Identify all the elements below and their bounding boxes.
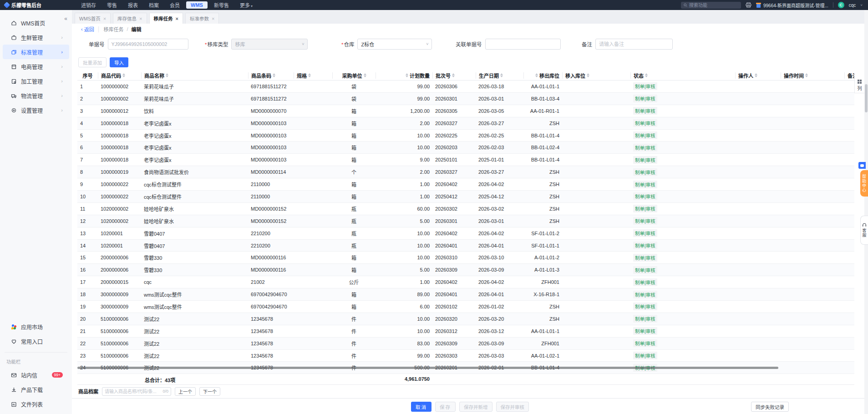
- column-header[interactable]: 操作人: [735, 72, 781, 79]
- tab-item[interactable]: 标准参数×: [185, 13, 219, 24]
- table-row[interactable]: 172000000015cqc21002公斤1.00202604022026-0…: [77, 276, 854, 288]
- select-required[interactable]: 移库˅: [231, 39, 308, 50]
- select-required[interactable]: Z标仓˅: [357, 39, 432, 50]
- prev-button[interactable]: 上一个: [175, 387, 196, 396]
- table-row[interactable]: 1310200001雪碧04072210200瓶10.0020260402202…: [77, 227, 854, 240]
- assistant-chat-icon[interactable]: [858, 162, 866, 169]
- sidebar-item[interactable]: 电商管理›: [3, 59, 69, 74]
- column-header[interactable]: 商品条码: [248, 72, 294, 79]
- column-header[interactable]: 规格: [294, 72, 332, 79]
- close-icon[interactable]: ×: [103, 16, 106, 21]
- sidebar-item[interactable]: 标准管理›: [3, 45, 69, 59]
- sort-caret-icon[interactable]: [805, 73, 808, 77]
- cancel-button[interactable]: 取消: [411, 402, 431, 412]
- table-row[interactable]: 235100000006测试2212345678件99.002026030320…: [77, 350, 854, 362]
- table-row[interactable]: 11000000002茉莉花味瓜子6971881511272袋99.002026…: [77, 81, 854, 93]
- table-row[interactable]: 21000000002茉莉花味瓜子6971881511272袋99.002026…: [77, 93, 854, 105]
- save-button[interactable]: 保存: [435, 402, 456, 412]
- sort-caret-icon[interactable]: [452, 73, 455, 77]
- column-header[interactable]: 备注: [844, 72, 854, 79]
- product-search-input[interactable]: [105, 389, 162, 394]
- table-row[interactable]: 101000000022cqc标仓测试整件2110000箱1.002025041…: [77, 191, 854, 203]
- column-header[interactable]: 移入库位: [562, 72, 630, 79]
- table-row[interactable]: 225100000006测试2212345678件83.002026030920…: [77, 338, 854, 350]
- tab-item[interactable]: 库存信息×: [113, 13, 147, 24]
- user-menu-chevron-icon[interactable]: ˅: [860, 3, 863, 7]
- topbar-menu-item[interactable]: WMS: [186, 1, 208, 9]
- topbar-menu-item[interactable]: 更多▾: [235, 0, 257, 10]
- vertical-scrollbar[interactable]: [864, 10, 868, 414]
- import-button[interactable]: 导入: [110, 57, 128, 67]
- topbar-menu-item[interactable]: 会员: [165, 0, 184, 10]
- store-selector[interactable]: 99664-新界面商超版测试-管理...: [756, 2, 828, 9]
- table-row[interactable]: 193000000009wms测试cqc整件6970042904670箱6.00…: [77, 301, 854, 313]
- sidebar-item[interactable]: 产品下载: [3, 382, 69, 397]
- input-field[interactable]: [108, 39, 188, 50]
- search-input[interactable]: [689, 3, 738, 8]
- close-icon[interactable]: ×: [176, 16, 178, 21]
- table-row[interactable]: 162000000006雪碧330MD0000000116箱5.00202603…: [77, 264, 854, 276]
- close-icon[interactable]: ×: [139, 16, 142, 21]
- column-header[interactable]: 计划数量: [376, 72, 432, 79]
- tab-item[interactable]: WMS首页×: [75, 13, 111, 24]
- global-search[interactable]: [681, 2, 741, 9]
- sidebar-collapse-icon[interactable]: «: [64, 15, 67, 22]
- next-button[interactable]: 下一个: [199, 387, 220, 396]
- column-header[interactable]: 生产日期: [476, 72, 523, 79]
- column-header[interactable]: 采购单位: [332, 72, 376, 79]
- sort-caret-icon[interactable]: [500, 73, 503, 77]
- topbar-menu-item[interactable]: 档案: [144, 0, 163, 10]
- tab-active[interactable]: 移库任务×: [149, 13, 183, 24]
- sort-caret-icon[interactable]: [122, 73, 125, 77]
- sidebar-item[interactable]: 加工管理›: [3, 74, 69, 88]
- column-header[interactable]: 状态: [630, 72, 735, 79]
- topbar-menu-item[interactable]: 进销存: [76, 0, 101, 10]
- batch-add-button[interactable]: 批量添加: [78, 57, 107, 67]
- table-row[interactable]: 91000000022cqc标仓测试整件2110000箱1.0020260402…: [77, 178, 854, 191]
- table-row[interactable]: 215100000006测试2212345678件10.002026031220…: [77, 325, 854, 338]
- sidebar-item[interactable]: WMS首页: [3, 15, 69, 30]
- table-row[interactable]: 81000000019食尚物语测试批发价MD0000000114个2.00202…: [77, 166, 854, 178]
- sort-caret-icon[interactable]: [645, 73, 648, 77]
- table-row[interactable]: 31000000012饮料MD0000000070箱1,200.00202603…: [77, 105, 854, 117]
- table-row[interactable]: 152000000006雪碧330MD0000000116箱10.0020260…: [77, 252, 854, 264]
- topbar-menu-item[interactable]: 零售: [102, 0, 122, 10]
- column-header[interactable]: 操作时间: [781, 72, 844, 79]
- sidebar-item[interactable]: 设置管理›: [3, 103, 69, 117]
- column-header[interactable]: 商品名称: [141, 72, 248, 79]
- input-field[interactable]: [485, 39, 561, 50]
- help-center-tab[interactable]: 帮助中心: [860, 170, 868, 197]
- input-field[interactable]: [595, 39, 673, 50]
- close-icon[interactable]: ×: [212, 16, 214, 21]
- table-row[interactable]: 41000000018老李记卤蛋xMD0000000103箱2.00202603…: [77, 117, 854, 130]
- sort-caret-icon[interactable]: [755, 73, 757, 77]
- table-row[interactable]: 1410200001雪碧04072210200瓶10.0020260401202…: [77, 240, 854, 252]
- sidebar-item[interactable]: 应用市场: [3, 319, 69, 334]
- table-row[interactable]: 111020000002娃哈哈矿泉水MD0000000152瓶60.002026…: [77, 203, 854, 215]
- column-header[interactable]: 移出库位: [523, 72, 562, 79]
- sort-caret-icon[interactable]: [535, 73, 538, 77]
- table-row[interactable]: 71000000018老李记卤蛋xMD0000000103箱9.00202501…: [77, 154, 854, 166]
- printer-icon[interactable]: [746, 2, 751, 8]
- table-row[interactable]: 61000000018老李记卤蛋xMD0000000103箱10.0020260…: [77, 141, 854, 154]
- sidebar-item[interactable]: 物流管理›: [3, 88, 69, 103]
- sort-caret-icon[interactable]: [364, 73, 366, 77]
- column-header[interactable]: 商品代码: [98, 72, 141, 79]
- sidebar-item[interactable]: 站内信99+: [3, 368, 69, 382]
- back-button[interactable]: ‹ 返回: [81, 25, 94, 33]
- topbar-menu-item[interactable]: 新零售: [209, 0, 233, 10]
- topbar-menu-item[interactable]: 报表: [123, 0, 142, 10]
- sort-caret-icon[interactable]: [587, 73, 589, 77]
- sidebar-item[interactable]: 文件列表: [3, 397, 69, 411]
- customer-service-tab[interactable]: 客服: [860, 216, 868, 245]
- sidebar-item[interactable]: 生鲜管理›: [3, 30, 69, 45]
- sort-caret-icon[interactable]: [308, 73, 311, 77]
- table-row[interactable]: 183000000009wms测试cqc整件6970042904670箱89.0…: [77, 288, 854, 301]
- table-row[interactable]: 51000000018老李记卤蛋xMD0000000103箱10.0020260…: [77, 130, 854, 142]
- table-row[interactable]: 121020000002娃哈哈矿泉水MD0000000152瓶5.0020260…: [77, 215, 854, 227]
- sort-caret-icon[interactable]: [406, 73, 408, 77]
- sort-caret-icon[interactable]: [166, 73, 168, 77]
- column-settings-button[interactable]: 列: [854, 78, 864, 93]
- scrollbar-thumb[interactable]: [865, 84, 868, 112]
- save-and-audit-button[interactable]: 保存并审核: [496, 402, 529, 412]
